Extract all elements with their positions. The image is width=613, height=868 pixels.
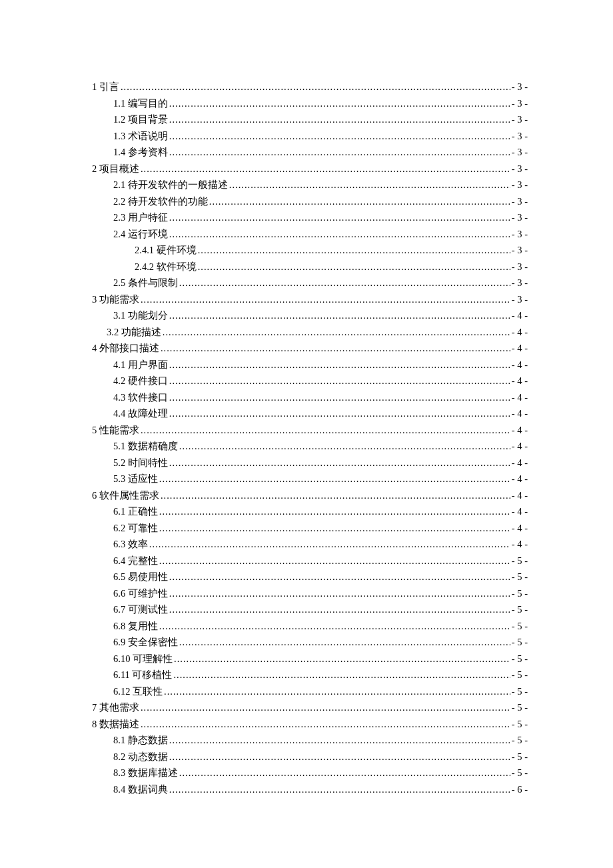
toc-entry-label: 1 引言 bbox=[92, 79, 119, 95]
toc-entry-page: - 3 - bbox=[512, 95, 528, 112]
toc-leader bbox=[179, 275, 510, 291]
toc-leader bbox=[169, 389, 510, 406]
toc-entry[interactable]: 2.4.1 硬件环境- 3 - bbox=[92, 242, 528, 259]
toc-entry[interactable]: 6.8 复用性- 5 - bbox=[92, 618, 528, 635]
toc-entry[interactable]: 8 数据描述- 5 - bbox=[92, 716, 528, 733]
toc-entry-label: 8.2 动态数据 bbox=[113, 749, 168, 765]
toc-entry[interactable]: 6.3 效率- 4 - bbox=[92, 536, 528, 553]
toc-entry[interactable]: 3.2 功能描述- 4 - bbox=[92, 324, 528, 341]
toc-leader bbox=[161, 487, 510, 504]
toc-entry-page: - 4 - bbox=[512, 389, 528, 406]
toc-entry-page: - 4 - bbox=[512, 340, 528, 357]
toc-entry-label: 2.5 条件与限制 bbox=[113, 275, 178, 291]
toc-entry-page: - 5 - bbox=[512, 651, 528, 667]
toc-entry-label: 6.7 可测试性 bbox=[113, 601, 168, 618]
toc-entry[interactable]: 1 引言- 3 - bbox=[92, 79, 528, 95]
toc-leader bbox=[169, 732, 510, 749]
toc-entry-page: - 5 - bbox=[512, 553, 528, 569]
toc-entry-label: 6.4 完整性 bbox=[113, 553, 158, 569]
toc-leader bbox=[159, 618, 510, 635]
toc-entry-label: 1.1 编写目的 bbox=[113, 95, 168, 112]
toc-entry[interactable]: 3.1 功能划分- 4 - bbox=[92, 307, 528, 324]
toc-entry[interactable]: 4.1 用户界面- 4 - bbox=[92, 357, 528, 373]
toc-leader bbox=[169, 95, 510, 112]
toc-entry-page: - 3 - bbox=[512, 161, 528, 177]
toc-entry[interactable]: 1.3 术语说明- 3 - bbox=[92, 128, 528, 145]
toc-entry[interactable]: 4.4 故障处理- 4 - bbox=[92, 405, 528, 422]
toc-entry-label: 5.2 时间特性 bbox=[113, 455, 168, 471]
toc-entry[interactable]: 2.4.2 软件环境- 3 - bbox=[92, 259, 528, 275]
toc-entry[interactable]: 6.5 易使用性- 5 - bbox=[92, 569, 528, 585]
toc-leader bbox=[179, 634, 510, 651]
toc-entry-label: 6.3 效率 bbox=[113, 536, 148, 553]
toc-entry[interactable]: 6.1 正确性- 4 - bbox=[92, 503, 528, 520]
toc-entry-page: - 3 - bbox=[512, 177, 528, 193]
toc-entry-page: - 4 - bbox=[512, 405, 528, 422]
toc-entry[interactable]: 7 其他需求- 5 - bbox=[92, 699, 528, 716]
toc-entry[interactable]: 6.2 可靠性- 4 - bbox=[92, 520, 528, 537]
toc-entry-label: 4.2 硬件接口 bbox=[113, 373, 168, 389]
toc-entry[interactable]: 2.4 运行环境- 3 - bbox=[92, 226, 528, 243]
toc-entry-page: - 5 - bbox=[512, 732, 528, 749]
toc-entry-label: 3.1 功能划分 bbox=[113, 307, 168, 324]
toc-entry[interactable]: 6.10 可理解性- 5 - bbox=[92, 651, 528, 667]
toc-leader bbox=[179, 438, 510, 455]
toc-entry-label: 8 数据描述 bbox=[92, 716, 139, 733]
toc-leader bbox=[169, 111, 510, 128]
toc-leader bbox=[198, 242, 510, 259]
toc-leader bbox=[141, 161, 510, 177]
toc-entry[interactable]: 4 外部接口描述- 4 - bbox=[92, 340, 528, 357]
toc-entry-label: 2.2 待开发软件的功能 bbox=[113, 193, 208, 210]
toc-entry[interactable]: 2 项目概述- 3 - bbox=[92, 161, 528, 177]
toc-entry-page: - 4 - bbox=[512, 455, 528, 471]
toc-entry-label: 4.1 用户界面 bbox=[113, 357, 168, 373]
toc-entry-label: 3 功能需求 bbox=[92, 291, 139, 308]
toc-entry[interactable]: 6.7 可测试性- 5 - bbox=[92, 601, 528, 618]
toc-entry-page: - 6 - bbox=[512, 781, 528, 798]
toc-entry-label: 2.4.1 硬件环境 bbox=[135, 242, 197, 259]
toc-entry[interactable]: 8.4 数据词典- 6 - bbox=[92, 781, 528, 798]
toc-entry-label: 6.2 可靠性 bbox=[113, 520, 158, 537]
toc-entry[interactable]: 6.6 可维护性- 5 - bbox=[92, 585, 528, 602]
toc-entry-label: 6.11 可移植性 bbox=[113, 667, 172, 683]
toc-leader bbox=[169, 781, 510, 798]
toc-entry-page: - 4 - bbox=[512, 487, 528, 504]
toc-entry[interactable]: 5 性能需求- 4 - bbox=[92, 422, 528, 439]
toc-entry[interactable]: 3 功能需求- 3 - bbox=[92, 291, 528, 308]
toc-entry[interactable]: 2.2 待开发软件的功能- 3 - bbox=[92, 193, 528, 210]
toc-entry-label: 2.4 运行环境 bbox=[113, 226, 168, 243]
toc-entry-page: - 3 - bbox=[512, 242, 528, 259]
toc-entry[interactable]: 6.11 可移植性- 5 - bbox=[92, 667, 528, 683]
toc-entry[interactable]: 4.2 硬件接口- 4 - bbox=[92, 373, 528, 389]
toc-entry[interactable]: 8.1 静态数据- 5 - bbox=[92, 732, 528, 749]
toc-entry[interactable]: 6.4 完整性- 5 - bbox=[92, 553, 528, 569]
toc-entry[interactable]: 2.3 用户特征- 3 - bbox=[92, 209, 528, 226]
toc-entry[interactable]: 8.2 动态数据- 5 - bbox=[92, 749, 528, 765]
toc-entry[interactable]: 2.1 待开发软件的一般描述- 3 - bbox=[92, 177, 528, 193]
toc-entry-label: 6.10 可理解性 bbox=[113, 651, 173, 667]
toc-entry[interactable]: 1.2 项目背景- 3 - bbox=[92, 111, 528, 128]
toc-entry[interactable]: 6 软件属性需求- 4 - bbox=[92, 487, 528, 504]
toc-leader bbox=[159, 503, 510, 520]
toc-entry[interactable]: 5.3 适应性- 4 - bbox=[92, 471, 528, 487]
toc-leader bbox=[169, 226, 510, 243]
toc-entry[interactable]: 4.3 软件接口- 4 - bbox=[92, 389, 528, 406]
toc-entry[interactable]: 1.4 参考资料- 3 - bbox=[92, 144, 528, 161]
toc-entry[interactable]: 5.1 数据精确度- 4 - bbox=[92, 438, 528, 455]
toc-entry[interactable]: 1.1 编写目的- 3 - bbox=[92, 95, 528, 112]
toc-leader bbox=[159, 553, 510, 569]
toc-entry[interactable]: 5.2 时间特性- 4 - bbox=[92, 455, 528, 471]
toc-entry[interactable]: 6.12 互联性- 5 - bbox=[92, 683, 528, 700]
toc-entry-label: 6.9 安全保密性 bbox=[113, 634, 178, 651]
toc-leader bbox=[169, 601, 510, 618]
toc-entry-label: 3.2 功能描述 bbox=[107, 324, 161, 341]
toc-entry-page: - 5 - bbox=[512, 765, 528, 781]
toc-entry-label: 5.3 适应性 bbox=[113, 471, 158, 487]
toc-entry[interactable]: 2.5 条件与限制- 3 - bbox=[92, 275, 528, 291]
toc-entry[interactable]: 6.9 安全保密性- 5 - bbox=[92, 634, 528, 651]
toc-leader bbox=[174, 651, 510, 667]
toc-leader bbox=[149, 536, 510, 553]
toc-leader bbox=[141, 716, 510, 733]
toc-entry[interactable]: 8.3 数据库描述- 5 - bbox=[92, 765, 528, 781]
toc-entry-page: - 4 - bbox=[512, 520, 528, 537]
